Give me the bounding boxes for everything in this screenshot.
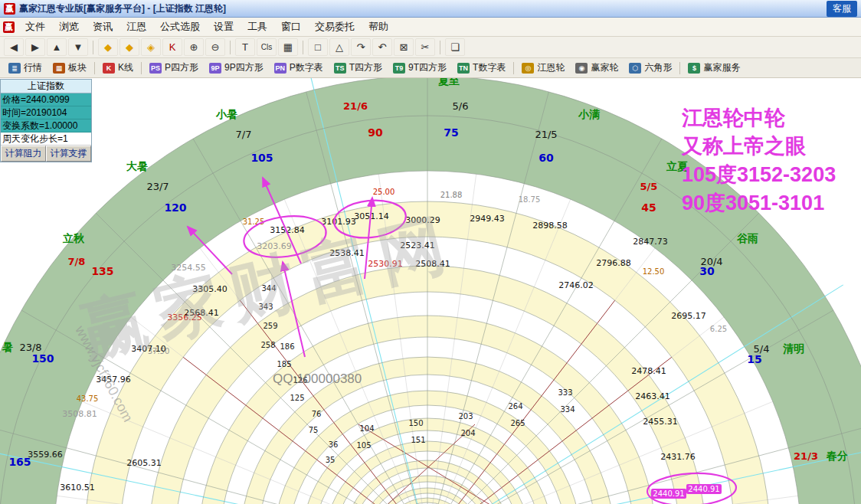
ribbon-item-p-table[interactable]: PNP数字表 (269, 60, 329, 76)
wheel-label: 2605.31 (126, 458, 162, 468)
wheel-label: 150 (408, 419, 423, 427)
comment-tool-icon[interactable]: ❏ (445, 38, 465, 56)
back-icon[interactable]: ◀ (4, 38, 24, 56)
wheel-label: 45 (641, 201, 656, 214)
wheel-label: 23/7 (146, 181, 169, 192)
wheel-label: 3610.51 (60, 483, 95, 493)
ribbon-item-t-square[interactable]: TST四方形 (329, 60, 388, 76)
wheel-label: 夏至 (438, 78, 460, 87)
wheel-label: 120 (164, 201, 186, 214)
wheel-label: 104 (359, 424, 374, 433)
window-title: 赢家江恩专业版[赢家服务平台] - [上证指数 江恩轮] (19, 2, 226, 15)
ribbon-item-quotes[interactable]: ≣行情 (3, 60, 47, 76)
ribbon-item-kline[interactable]: KK线 (97, 60, 139, 76)
wheel-label: 135 (91, 265, 113, 277)
info-row: 变换系数=1.00000 (1, 119, 91, 133)
ribbon-item-winner-wheel[interactable]: ◉赢家轮 (570, 60, 624, 76)
wheel-label: 25.00 (373, 188, 395, 196)
kline-icon: K (103, 63, 115, 74)
wheel-label: 105 (356, 441, 371, 450)
wheel-label: 2538.41 (329, 248, 365, 258)
ribbon-item-label: T数字表 (473, 61, 506, 74)
menu-item-file[interactable]: 文件 (18, 18, 52, 35)
wheel-label: 2508.41 (415, 259, 450, 269)
wheel-label: 大暑 (126, 160, 148, 172)
wheel-label: 2455.31 (643, 417, 678, 427)
delete-tool-icon[interactable]: ⊠ (394, 38, 414, 56)
wheel-label: 小暑 (215, 108, 237, 120)
menu-item-gann[interactable]: 江恩 (119, 18, 153, 35)
ribbon-item-9p-square[interactable]: 9P9P四方形 (204, 60, 269, 76)
menu-item-view[interactable]: 浏览 (52, 18, 86, 35)
down-icon[interactable]: ▼ (68, 38, 88, 56)
grid-tool-icon[interactable]: ▦ (278, 38, 298, 56)
calc-resistance-button[interactable]: 计算阻力 (1, 146, 46, 162)
wheel-label: 21.88 (440, 191, 463, 199)
wheel-label: 3559.66 (28, 450, 63, 460)
menu-item-trade-entrust[interactable]: 交易委托 (308, 18, 362, 35)
ribbon-item-gann-wheel[interactable]: ◎江恩轮 (516, 60, 570, 76)
ribbon-item-label: 板块 (68, 61, 87, 74)
diamond-c-icon[interactable]: ◈ (141, 38, 161, 56)
ribbon-item-label: 江恩轮 (537, 61, 565, 74)
zoom-in-icon[interactable]: ⊕ (184, 38, 204, 56)
ribbon-item-label: 9T四方形 (408, 61, 447, 74)
forward-icon[interactable]: ▶ (25, 38, 45, 56)
diamond-b-icon[interactable]: ◆ (119, 38, 139, 56)
menu-item-news[interactable]: 资讯 (86, 18, 119, 35)
wheel-label: 3457.96 (96, 375, 131, 385)
wheel-label: 126 (293, 376, 307, 385)
ribbon-item-sectors[interactable]: ▦板块 (47, 60, 92, 76)
toolbar-separator (93, 41, 93, 54)
menu-item-help[interactable]: 帮助 (362, 18, 395, 35)
toolbar-separator (303, 41, 303, 54)
wheel-label: 2523.41 (400, 241, 435, 250)
ribbon-item-9t-square[interactable]: T99T四方形 (388, 60, 452, 76)
ribbon-item-label: 六角形 (644, 61, 672, 74)
wheel-label: 7/8 (68, 256, 86, 267)
highlight-chip-value: 2440.91 (653, 489, 684, 498)
cut-tool-icon[interactable]: ✂ (415, 38, 435, 56)
ribbon-item-p-square[interactable]: PSP四方形 (144, 60, 204, 76)
kline-icon[interactable]: K (162, 38, 182, 56)
wheel-label: 150 (31, 352, 54, 365)
ribbon-item-winner-service[interactable]: $赢家服务 (683, 60, 745, 76)
customer-service-button[interactable]: 客服 (827, 1, 857, 17)
rotate-ccw-icon[interactable]: ↶ (372, 38, 392, 56)
wheel-label: 204 (460, 429, 475, 437)
ribbon-item-label: 9P四方形 (224, 61, 264, 74)
diamond-a-icon[interactable]: ◆ (98, 38, 118, 56)
menu-bar: 赢 文件浏览资讯江恩公式选股设置工具窗口交易委托帮助 (0, 18, 861, 37)
menu-item-tools[interactable]: 工具 (241, 18, 274, 35)
menu-item-window[interactable]: 窗口 (274, 18, 308, 35)
rect-tool-icon[interactable]: □ (308, 38, 328, 56)
up-icon[interactable]: ▲ (47, 38, 67, 56)
gann-wheel-canvas[interactable]: 夏至小暑大暑立秋暑小满立夏谷雨清明春分7/723/77/823/821/65/6… (0, 78, 861, 504)
wheel-label: 15 (747, 353, 761, 365)
rotate-cw-icon[interactable]: ↷ (351, 38, 371, 56)
text-tool-icon[interactable]: T (235, 38, 255, 56)
calc-support-button[interactable]: 计算支撑 (46, 146, 91, 162)
wheel-label: 35 (326, 456, 336, 464)
triangle-tool-icon[interactable]: △ (329, 38, 349, 56)
wheel-label: 2949.43 (470, 214, 505, 224)
wheel-label: 344 (261, 284, 276, 293)
wheel-label: 2746.02 (558, 280, 594, 290)
info-row: 时间=20190104 (1, 106, 91, 119)
zoom-out-icon[interactable]: ⊖ (205, 38, 225, 56)
cls-icon[interactable]: Cls (257, 38, 277, 56)
menu-item-settings[interactable]: 设置 (207, 18, 241, 35)
winner-wheel-icon: ◉ (575, 63, 588, 74)
wheel-label: 343 (258, 303, 273, 311)
wheel-label: 12.50 (643, 267, 665, 276)
wheel-label: 3203.69 (257, 241, 292, 251)
menu-item-formula-stock-pick[interactable]: 公式选股 (153, 18, 207, 35)
ribbon-item-t-table[interactable]: TNT数字表 (452, 60, 511, 76)
app-logo-icon: 赢 (4, 3, 15, 15)
toolbar-separator (230, 41, 231, 54)
wheel-label: 3508.81 (62, 409, 97, 419)
ribbon-item-hexagon[interactable]: ⬡六角形 (624, 60, 677, 76)
ribbon-toolbar: ≣行情▦板块KK线PSP四方形9P9P四方形PNP数字表TST四方形T99T四方… (0, 58, 861, 78)
wheel-label: 小满 (578, 108, 600, 120)
wheel-label: 18.75 (519, 195, 541, 204)
